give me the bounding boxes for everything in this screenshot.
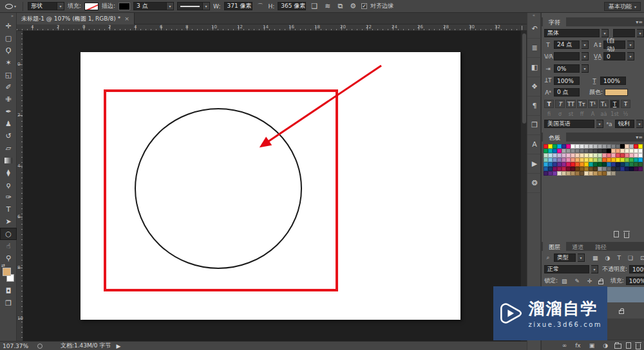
color-swatch[interactable] bbox=[566, 144, 571, 149]
panel-menu-icon[interactable]: ▾≡ bbox=[636, 134, 643, 140]
vertical-scale-input[interactable]: 100% bbox=[554, 77, 580, 85]
filter-shape-layers-icon[interactable]: ❏ bbox=[628, 255, 633, 261]
subscript-button[interactable]: T₁ bbox=[599, 100, 609, 108]
color-swatch[interactable] bbox=[562, 144, 566, 149]
quick-mask-button[interactable]: ◘ bbox=[0, 285, 17, 297]
path-alignment-button[interactable]: ≋ bbox=[323, 2, 332, 10]
eraser-tool[interactable]: ▱ bbox=[0, 142, 17, 154]
path-arrange-button[interactable]: ⧉ bbox=[336, 2, 345, 10]
align-edges-checkbox[interactable]: ✓ bbox=[361, 3, 367, 9]
link-layers-icon[interactable]: ∞ bbox=[562, 342, 567, 349]
actions-panel-icon[interactable]: ▶ bbox=[527, 154, 542, 174]
eyedropper-tool[interactable]: ✐ bbox=[0, 81, 17, 93]
color-swatch[interactable] bbox=[625, 149, 629, 153]
tab-swatches[interactable]: 色板 bbox=[543, 133, 566, 142]
color-swatch[interactable] bbox=[625, 158, 629, 162]
color-swatch[interactable] bbox=[566, 153, 571, 158]
tool-preset-picker[interactable]: ▾ bbox=[3, 4, 18, 9]
color-swatch[interactable] bbox=[553, 167, 557, 171]
faux-italic-button[interactable]: T bbox=[555, 100, 565, 108]
color-swatch[interactable] bbox=[634, 149, 638, 153]
gradient-tool[interactable] bbox=[0, 154, 17, 167]
color-swatch[interactable] bbox=[602, 153, 607, 158]
color-swatch[interactable] bbox=[589, 167, 593, 171]
crop-tool[interactable]: ◱ bbox=[0, 69, 17, 81]
lock-transparency-icon[interactable]: ▨ bbox=[562, 278, 567, 284]
kerning-input[interactable] bbox=[554, 52, 580, 60]
color-swatch[interactable] bbox=[562, 158, 566, 162]
color-swatch[interactable] bbox=[580, 171, 584, 176]
color-swatch[interactable] bbox=[593, 171, 598, 176]
color-swatch[interactable] bbox=[562, 171, 566, 176]
color-swatch[interactable] bbox=[602, 171, 607, 176]
color-swatch[interactable] bbox=[611, 162, 616, 167]
tab-layers[interactable]: 图层 bbox=[543, 242, 566, 251]
color-swatch[interactable] bbox=[548, 144, 553, 149]
color-swatch[interactable] bbox=[607, 149, 611, 153]
tsume-input[interactable]: 0% bbox=[554, 64, 580, 73]
pen-tool[interactable]: ✑ bbox=[0, 191, 17, 203]
color-swatch[interactable] bbox=[616, 158, 620, 162]
color-swatch[interactable] bbox=[544, 162, 548, 167]
color-swatch[interactable] bbox=[571, 171, 575, 176]
color-swatch[interactable] bbox=[629, 149, 634, 153]
color-swatch[interactable] bbox=[634, 144, 638, 149]
color-swatch[interactable] bbox=[557, 149, 562, 153]
color-swatch[interactable] bbox=[611, 171, 616, 176]
blend-mode-select[interactable]: 正常 bbox=[544, 265, 589, 273]
tracking-input[interactable]: 0 bbox=[603, 52, 625, 60]
color-swatch[interactable] bbox=[638, 162, 643, 167]
color-swatch[interactable] bbox=[575, 162, 580, 167]
color-swatch[interactable] bbox=[553, 171, 557, 176]
opentype-feature-button[interactable]: ﬀ bbox=[577, 110, 587, 118]
tab-paths[interactable]: 路径 bbox=[589, 242, 612, 251]
kuler-panel-icon[interactable]: ❂ bbox=[527, 174, 542, 193]
color-swatch[interactable] bbox=[616, 149, 620, 153]
color-swatch[interactable] bbox=[584, 162, 589, 167]
color-swatch[interactable] bbox=[602, 167, 607, 171]
dock-collapse-icon[interactable]: « bbox=[527, 13, 540, 19]
color-swatch[interactable] bbox=[589, 162, 593, 167]
stroke-width-select[interactable]: 3 点 ▾ bbox=[133, 2, 174, 10]
color-swatch[interactable] bbox=[584, 167, 589, 171]
color-swatch[interactable] bbox=[544, 171, 548, 176]
stroke-swatch[interactable] bbox=[118, 3, 130, 10]
color-swatch[interactable] bbox=[571, 153, 575, 158]
color-swatch[interactable] bbox=[557, 158, 562, 162]
color-swatch[interactable] bbox=[544, 153, 548, 158]
color-swatch[interactable] bbox=[557, 171, 562, 176]
text-color-swatch[interactable] bbox=[605, 89, 628, 96]
tab-channels[interactable]: 通道 bbox=[566, 242, 589, 251]
color-swatch[interactable] bbox=[620, 158, 625, 162]
move-tool[interactable]: ✛ bbox=[0, 20, 17, 32]
color-swatch[interactable] bbox=[589, 144, 593, 149]
color-swatch[interactable] bbox=[566, 158, 571, 162]
blur-tool[interactable]: ⧫ bbox=[0, 167, 17, 179]
color-swatch[interactable] bbox=[544, 167, 548, 171]
fill-swatch[interactable] bbox=[84, 3, 99, 10]
geometry-options-gear-icon[interactable]: ⚙ bbox=[348, 2, 358, 10]
color-swatch[interactable] bbox=[575, 153, 580, 158]
color-swatch[interactable] bbox=[602, 149, 607, 153]
color-swatch[interactable] bbox=[566, 162, 571, 167]
marquee-tool[interactable]: ▢ bbox=[0, 32, 17, 44]
shape-height-input[interactable]: 365 像素 bbox=[278, 2, 306, 10]
status-expand-icon[interactable]: ▶ bbox=[116, 343, 120, 349]
color-swatch[interactable] bbox=[620, 162, 625, 167]
opentype-feature-button[interactable]: A bbox=[588, 110, 598, 118]
quick-selection-tool[interactable]: ✶ bbox=[0, 57, 17, 69]
clone-stamp-tool[interactable]: ♟ bbox=[0, 118, 17, 130]
color-swatch[interactable] bbox=[589, 149, 593, 153]
color-swatch[interactable] bbox=[584, 158, 589, 162]
color-swatch[interactable] bbox=[638, 153, 643, 158]
color-swatch[interactable] bbox=[607, 162, 611, 167]
color-swatch[interactable] bbox=[575, 149, 580, 153]
color-swatch[interactable] bbox=[562, 149, 566, 153]
new-layer-icon[interactable] bbox=[626, 342, 631, 349]
color-swatch[interactable] bbox=[598, 153, 602, 158]
color-swatch[interactable] bbox=[638, 167, 643, 171]
color-swatch[interactable] bbox=[598, 158, 602, 162]
color-swatch[interactable] bbox=[548, 167, 553, 171]
color-swatch[interactable] bbox=[557, 153, 562, 158]
language-select[interactable]: 美国英语 bbox=[544, 120, 594, 128]
